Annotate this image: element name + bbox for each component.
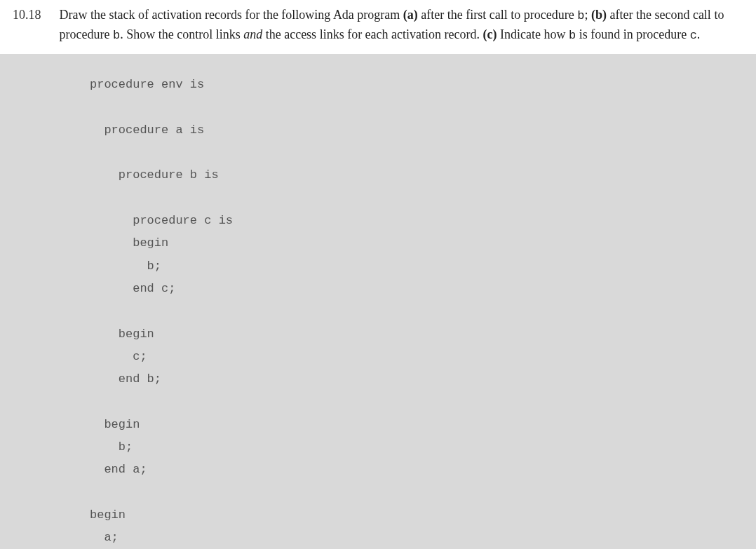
question-text-part9: .: [697, 27, 701, 41]
question-text-part6: the access links for each activation rec…: [262, 27, 482, 41]
question-text-part8: is found in procedure: [576, 27, 689, 41]
question-bold-a: (a): [403, 8, 418, 22]
question-header: 10.18 Draw the stack of activation recor…: [0, 0, 756, 54]
question-mono-b1: b: [577, 9, 584, 22]
question-mono-b2: b: [113, 29, 120, 42]
question-italic-and: and: [243, 27, 262, 41]
question-mono-c: c: [690, 29, 697, 42]
code-block: procedure env is procedure a is procedur…: [0, 54, 756, 549]
question-text-part2: after the first call to procedure: [418, 8, 577, 22]
question-text-part5: . Show the control links: [120, 27, 243, 41]
question-text-part7: Indicate how: [497, 27, 569, 41]
question-bold-c: (c): [483, 27, 497, 41]
question-text-part1: Draw the stack of activation records for…: [60, 8, 403, 22]
question-text-part3: ;: [584, 8, 591, 22]
question-number: 10.18: [13, 8, 41, 22]
question-text: Draw the stack of activation records for…: [60, 6, 744, 44]
question-mono-b3: b: [569, 29, 576, 42]
question-bold-b: (b): [591, 8, 607, 22]
